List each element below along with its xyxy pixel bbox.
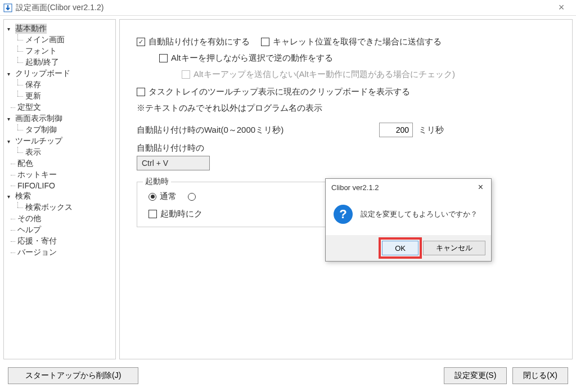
apply-settings-button[interactable]: 設定変更(S) bbox=[444, 367, 507, 384]
tree-item[interactable]: 起動/終了 bbox=[5, 57, 114, 68]
tree-item[interactable]: 保存 bbox=[5, 79, 114, 91]
tree-item[interactable]: 検索ボックス bbox=[5, 202, 114, 213]
question-icon: ? bbox=[334, 205, 353, 224]
dialog-ok-button[interactable]: OK bbox=[382, 241, 418, 255]
caret-icon: ▾ bbox=[7, 138, 15, 145]
tree-item[interactable]: ▾ツールチップ bbox=[5, 136, 114, 147]
startup-legend: 起動時 bbox=[143, 177, 171, 187]
window-title: 設定画面(Clibor ver2.1.2) bbox=[16, 3, 550, 13]
tray-note: ※テキストのみでそれ以外はプログラム名の表示 bbox=[137, 103, 555, 114]
checkbox-caret-send[interactable]: キャレット位置を取得できた場合に送信する bbox=[261, 37, 442, 47]
tree-item[interactable]: タブ制御 bbox=[5, 124, 114, 136]
tree-item[interactable]: ▾クリップボード bbox=[5, 68, 114, 79]
tree-item[interactable]: 更新 bbox=[5, 91, 114, 102]
caret-icon: ▾ bbox=[7, 116, 15, 122]
paste-method-dropdown[interactable]: Ctrl + V bbox=[137, 156, 210, 170]
dialog-message: 設定を変更してもよろしいですか？ bbox=[361, 209, 478, 219]
dialog-title: Clibor ver2.1.2 bbox=[331, 183, 476, 192]
wait-input[interactable] bbox=[379, 123, 413, 137]
checkbox-auto-paste-enable[interactable]: ✓自動貼り付けを有効にする bbox=[137, 37, 250, 47]
settings-panel: ✓自動貼り付けを有効にする キャレット位置を取得できた場合に送信する Altキー… bbox=[119, 19, 573, 359]
tree-item[interactable]: ヘルプ bbox=[5, 224, 114, 236]
tree-item[interactable]: ホットキー bbox=[5, 169, 114, 181]
radio-other[interactable] bbox=[188, 193, 196, 201]
confirm-dialog: Clibor ver2.1.2 × ? 設定を変更してもよろしいですか？ OK … bbox=[325, 178, 492, 262]
dialog-cancel-button[interactable]: キャンセル bbox=[423, 241, 485, 255]
tree-item[interactable]: ▾検索 bbox=[5, 191, 114, 202]
paste-method-label: 自動貼り付け時の bbox=[137, 143, 555, 154]
checkbox-tray-tooltip[interactable]: タスクトレイのツールチップ表示に現在のクリップボードを表示する bbox=[137, 87, 410, 97]
checkbox-alt-reverse[interactable]: Altキーを押しながら選択で逆の動作をする bbox=[159, 53, 333, 64]
tree-item[interactable]: フォント bbox=[5, 46, 114, 57]
tree-item[interactable]: メイン画面 bbox=[5, 34, 114, 46]
tree-item[interactable]: 配色 bbox=[5, 158, 114, 169]
radio-normal[interactable]: 通常 bbox=[148, 191, 177, 202]
tree-item[interactable]: ▾基本動作 bbox=[5, 23, 114, 34]
checkbox-alt-up-nosend: Altキーアップを送信しない(Altキー動作に問題がある場合にチェック) bbox=[182, 69, 455, 80]
tree-item[interactable]: 応援・寄付 bbox=[5, 236, 114, 247]
title-bar: 設定画面(Clibor ver2.1.2) × bbox=[0, 0, 576, 16]
tree-item[interactable]: 表示 bbox=[5, 147, 114, 158]
close-button[interactable]: 閉じる(X) bbox=[512, 367, 568, 384]
footer-bar: スタートアップから削除(J) 設定変更(S) 閉じる(X) bbox=[0, 363, 576, 389]
app-icon bbox=[3, 3, 12, 12]
tree-item[interactable]: 定型文 bbox=[5, 102, 114, 113]
dialog-close-button[interactable]: × bbox=[476, 182, 485, 192]
caret-icon: ▾ bbox=[7, 71, 15, 77]
caret-icon: ▾ bbox=[7, 193, 15, 200]
tree-item[interactable]: その他 bbox=[5, 213, 114, 224]
window-close-button[interactable]: × bbox=[550, 2, 573, 13]
tree-item[interactable]: バージョン bbox=[5, 247, 114, 258]
wait-unit: ミリ秒 bbox=[418, 125, 444, 136]
remove-startup-button[interactable]: スタートアップから削除(J) bbox=[8, 367, 138, 384]
tree-item[interactable]: ▾画面表示制御 bbox=[5, 113, 114, 124]
settings-tree: ▾基本動作メイン画面フォント起動/終了▾クリップボード保存更新定型文▾画面表示制… bbox=[3, 19, 116, 359]
wait-label: 自動貼り付け時のWait(0～2000ミリ秒) bbox=[137, 125, 284, 136]
caret-icon: ▾ bbox=[7, 26, 15, 32]
checkbox-startup-clear[interactable]: 起動時にク bbox=[148, 209, 202, 219]
tree-item[interactable]: FIFO/LIFO bbox=[5, 181, 114, 191]
